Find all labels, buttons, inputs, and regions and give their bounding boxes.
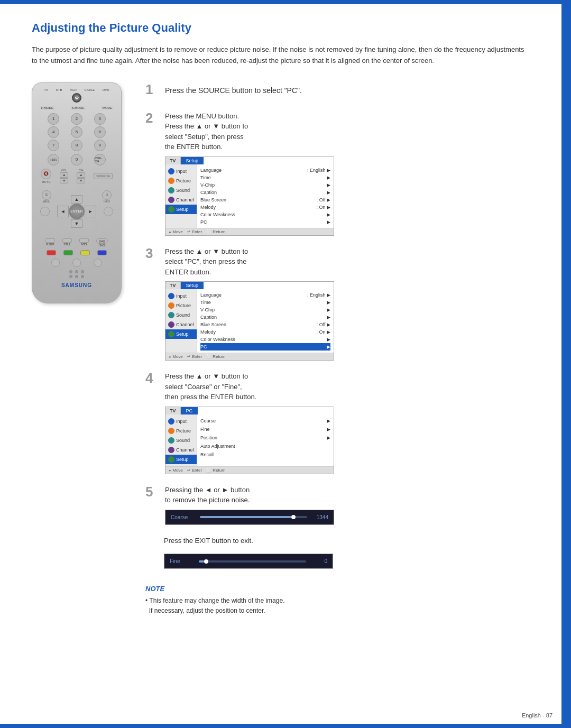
menu-left-col: Input Picture Sound (165, 164, 197, 228)
bottom-btn-3[interactable] (94, 259, 102, 267)
pc-menu-left: Input Picture Sound (165, 414, 197, 466)
mute-button[interactable]: 🔇 (41, 169, 51, 179)
func-row: P.SIZE STILL MTS ((●)) SAS (38, 238, 116, 247)
step-2-text: Press the MENU button. Press the ▲ or ▼ … (165, 111, 529, 152)
bottom-btn-1[interactable] (51, 259, 60, 267)
menu-footer: ⬥ Move ↵ Enter ⬜ Return (165, 228, 334, 235)
menu-header-row-2: TV Setup (165, 282, 334, 289)
mts-button[interactable] (79, 238, 89, 243)
vol-up-button[interactable]: ▲ (60, 172, 68, 178)
menu-colorweakness: Color Weakness▶ (200, 211, 330, 218)
enter-button[interactable]: ENTER (69, 204, 85, 219)
pc-menu-body: Input Picture Sound (165, 414, 334, 466)
menu-caption-2: Caption▶ (200, 314, 330, 321)
step-4: 4 Press the ▲ or ▼ button to select "Coa… (145, 371, 529, 474)
fine-fill (199, 560, 204, 563)
menu-body: Input Picture Sound (165, 164, 334, 228)
num-8-button[interactable]: 8 (71, 140, 82, 151)
step-1-text: Press the SOURCE button to select "PC". (165, 85, 529, 96)
yellow-button[interactable] (80, 250, 90, 255)
right-bar (561, 0, 571, 728)
menu-title-2: Setup (181, 282, 204, 289)
setup-menu-2: TV Setup Input Pictu (165, 281, 334, 361)
bottom-btn-2[interactable] (72, 259, 81, 267)
step-1: 1 Press the SOURCE button to select "PC"… (145, 82, 529, 100)
sound-icon-2 (168, 312, 174, 318)
s-mode-button[interactable]: S.MODE (70, 106, 86, 110)
psize-button[interactable] (45, 238, 55, 243)
source-button[interactable]: SOURCE (94, 173, 113, 179)
step-1-content: Press the SOURCE button to select "PC". (165, 82, 529, 100)
step-3-content: Press the ▲ or ▼ button to select "PC", … (165, 246, 529, 361)
vol-down-button[interactable]: ▼ (60, 178, 68, 183)
power-button[interactable]: ⏻ (72, 93, 81, 103)
input-icon (168, 168, 174, 174)
menu-picture: Picture (165, 176, 197, 186)
blue-button[interactable] (97, 250, 107, 255)
prech-button[interactable]: PRE-CH (94, 154, 106, 165)
pc-position-item: Position▶ (200, 434, 330, 442)
num-0-button[interactable]: 0 (71, 154, 82, 165)
step-3: 3 Press the ▲ or ▼ button to select "PC"… (145, 246, 529, 361)
coarse-track (200, 516, 307, 518)
dpad-down-button[interactable]: ▼ (71, 219, 82, 228)
num-1-button[interactable]: 1 (48, 113, 59, 125)
ch-down-button[interactable]: ▼ (77, 178, 85, 183)
mode-button[interactable]: MODE (101, 106, 114, 110)
red-button[interactable] (47, 250, 56, 255)
remote-control: TVSTBVCRCABLEDVD ⏻ P.MODE S.MODE MODE 1 … (32, 82, 130, 616)
menu-right-col: Language: English ▶ Time▶ V-Chip▶ Captio… (197, 164, 334, 228)
dpad: ▲ ◄ ENTER ► ▼ (57, 195, 96, 228)
num-7-button[interactable]: 7 (48, 140, 59, 151)
info-button[interactable]: ℹ (102, 190, 112, 200)
pc-menu-sound: Sound (165, 436, 197, 445)
menu-button[interactable]: ≡ (42, 190, 51, 200)
pc-recall-item: Recall (200, 450, 330, 459)
menu-setup-active: Setup (165, 205, 197, 214)
menu-bluescreen-2: Blue Screen: Off ▶ (200, 321, 330, 328)
extra-left-button[interactable] (40, 207, 50, 216)
note-bullet-1: • This feature may change the width of t… (145, 596, 529, 616)
pc-menu-input: Input (165, 417, 197, 426)
step-2: 2 Press the MENU button. Press the ▲ or … (145, 111, 529, 236)
num-6-button[interactable]: 6 (94, 126, 106, 138)
fine-value: 0 (311, 558, 327, 564)
steps-container: 1 Press the SOURCE button to select "PC"… (145, 82, 529, 616)
coarse-label: Coarse (171, 514, 195, 520)
still-button[interactable] (62, 238, 72, 243)
extra-right-button[interactable] (104, 207, 113, 216)
menu-body-2: Input Picture Sound (165, 289, 334, 353)
num-2-button[interactable]: 2 (71, 113, 82, 125)
fine-thumb[interactable] (204, 559, 208, 564)
dpad-up-button[interactable]: ▲ (71, 195, 82, 204)
dpad-right-button[interactable]: ► (85, 206, 96, 217)
color-buttons (38, 250, 116, 255)
pc-menu-channel: Channel (165, 445, 197, 455)
menu-sound: Sound (165, 186, 197, 195)
step-4-text: Press the ▲ or ▼ button to select "Coars… (165, 371, 529, 402)
picture-icon (168, 178, 174, 184)
sound-icon (168, 187, 174, 193)
tv-label-2: TV (165, 282, 181, 289)
note-section: NOTE • This feature may change the width… (145, 579, 529, 616)
num-3-button[interactable]: 3 (94, 113, 106, 125)
coarse-slider: Coarse 1344 (165, 510, 334, 525)
power-row: ⏻ (38, 93, 116, 103)
bottom-buttons (38, 259, 116, 267)
num-5-button[interactable]: 5 (71, 126, 82, 138)
plus100-button[interactable]: +100 (48, 154, 59, 165)
pc-coarse-item: Coarse▶ (200, 417, 330, 425)
top-bar (0, 0, 571, 4)
dpad-left-button[interactable]: ◄ (57, 206, 69, 217)
coarse-thumb[interactable] (291, 515, 296, 519)
pc-menu-setup-active: Setup (165, 455, 197, 464)
menu-melody-2: Melody: On ▶ (200, 328, 330, 336)
sas-button[interactable]: ((●)) (96, 238, 108, 244)
num-9-button[interactable]: 9 (94, 140, 106, 151)
green-button[interactable] (63, 250, 73, 255)
ch-up-button[interactable]: ▲ (77, 172, 85, 178)
fine-label: Fine (170, 558, 194, 564)
p-mode-button[interactable]: P.MODE (40, 106, 55, 110)
menu-pc-selected: PC▶ (200, 343, 330, 351)
num-4-button[interactable]: 4 (48, 126, 59, 138)
